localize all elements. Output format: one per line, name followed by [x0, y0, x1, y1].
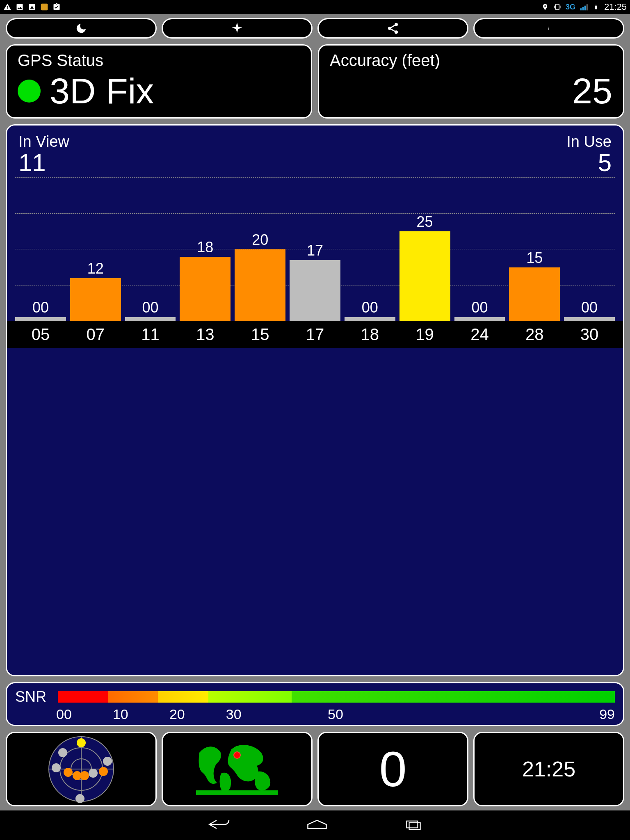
svg-point-5	[395, 30, 398, 34]
satellite-id: 15	[235, 325, 285, 344]
in-use-label: In Use	[566, 133, 612, 151]
satellite-bar: 25	[399, 178, 450, 321]
satellite-id: 11	[125, 325, 176, 344]
compass-star-icon	[230, 21, 244, 35]
status-bar-right: 3G 21:25	[541, 2, 627, 12]
network-type: 3G	[566, 3, 575, 11]
gps-status-title: GPS Status	[18, 51, 300, 70]
warning-icon	[3, 3, 11, 11]
in-use-value: 5	[598, 151, 612, 175]
menu-button[interactable]	[473, 18, 624, 39]
bar-value-label: 20	[252, 231, 268, 249]
bar-value-label: 00	[142, 299, 159, 316]
gps-status-panel[interactable]: GPS Status 3D Fix	[6, 44, 312, 119]
svg-rect-9	[406, 821, 418, 828]
snr-legend-panel: SNR 001020305099	[6, 682, 624, 726]
skyplot-satellite	[89, 769, 98, 778]
snr-title: SNR	[15, 688, 50, 705]
svg-rect-2	[595, 6, 597, 9]
skyplot-satellite	[99, 767, 108, 776]
accuracy-value: 25	[572, 73, 612, 109]
share-button[interactable]	[317, 18, 468, 39]
in-view-value: 11	[18, 151, 69, 175]
gps-status-value: 3D Fix	[50, 73, 154, 109]
snr-tick-labels: 001020305099	[15, 706, 615, 722]
svg-rect-1	[41, 4, 48, 11]
map-location-pin	[233, 751, 241, 759]
svg-point-6	[548, 27, 549, 27]
overflow-icon	[547, 22, 551, 34]
satellite-id: 28	[509, 325, 560, 344]
bar-value-label: 00	[581, 299, 598, 316]
snr-tick: 99	[599, 706, 615, 722]
satellite-bar: 12	[70, 178, 121, 321]
skyplot-tile[interactable]	[6, 732, 157, 806]
satellite-chart-panel[interactable]: In View 11 In Use 5 00120018201700250015…	[6, 124, 624, 676]
accuracy-panel[interactable]: Accuracy (feet) 25	[318, 44, 624, 119]
satellite-bar: 17	[290, 178, 340, 321]
satellite-bar: 00	[564, 178, 615, 321]
svg-point-3	[395, 23, 398, 26]
satellite-id: 13	[180, 325, 231, 344]
bar-value-label: 17	[307, 242, 323, 259]
worldmap-tile[interactable]	[162, 732, 313, 806]
skyplot-satellite	[75, 794, 84, 803]
bar-value-label: 25	[417, 213, 433, 231]
home-button[interactable]	[305, 818, 329, 832]
skyplot-satellite	[103, 757, 112, 766]
night-mode-button[interactable]	[6, 18, 157, 39]
bar-value-label: 00	[471, 299, 488, 316]
android-nav-bar	[0, 810, 630, 840]
signal-icon	[580, 3, 588, 11]
skyplot-satellite	[80, 771, 89, 780]
battery-icon	[592, 3, 600, 11]
satellite-bar-chart: 0012001820170025001500	[15, 178, 615, 321]
satellite-bar: 00	[345, 178, 395, 321]
satellite-bar: 18	[180, 178, 231, 321]
skyplot-satellite	[58, 748, 67, 757]
in-view-label: In View	[18, 133, 69, 151]
image-icon	[16, 3, 24, 11]
gps-status-dot	[18, 80, 41, 103]
back-icon	[206, 818, 231, 831]
satellite-id: 17	[290, 325, 340, 344]
bar-value-label: 00	[362, 299, 378, 316]
snr-tick: 20	[169, 706, 226, 722]
satellite-id: 30	[564, 325, 615, 344]
bar-value-label: 12	[87, 260, 104, 277]
svg-point-7	[548, 28, 549, 29]
speed-tile[interactable]: 0	[317, 732, 468, 806]
satellite-id: 24	[454, 325, 505, 344]
satellite-bar: 00	[454, 178, 505, 321]
recents-button[interactable]	[403, 818, 424, 832]
skyplot-satellite	[52, 763, 61, 772]
snr-tick: 50	[328, 706, 599, 722]
satellite-bar: 00	[125, 178, 176, 321]
home-icon	[305, 818, 329, 831]
clipboard-icon	[52, 3, 61, 11]
android-status-bar: 3G 21:25	[0, 0, 630, 14]
skyplot-satellite	[64, 768, 73, 777]
snr-tick: 10	[113, 706, 169, 722]
svg-rect-10	[409, 823, 420, 830]
svg-point-8	[548, 29, 549, 30]
world-map	[196, 740, 278, 798]
vibrate-icon	[553, 3, 562, 11]
status-clock: 21:25	[604, 2, 627, 12]
status-bar-left	[3, 3, 61, 11]
bar-value-label: 15	[526, 249, 543, 267]
satellite-notif-icon	[28, 3, 36, 11]
recents-icon	[403, 818, 424, 831]
satellite-bar: 00	[15, 178, 66, 321]
satellite-id: 05	[15, 325, 66, 344]
speed-value: 0	[379, 741, 407, 797]
clock-tile[interactable]: 21:25	[473, 732, 624, 806]
compass-button[interactable]	[162, 18, 313, 39]
satellite-id: 18	[345, 325, 395, 344]
back-button[interactable]	[206, 818, 231, 832]
bar-value-label: 18	[197, 239, 213, 256]
snr-gradient-bar	[58, 691, 615, 703]
snr-tick: 30	[226, 706, 328, 722]
bar-value-label: 00	[32, 299, 49, 316]
clock-value: 21:25	[522, 757, 575, 781]
